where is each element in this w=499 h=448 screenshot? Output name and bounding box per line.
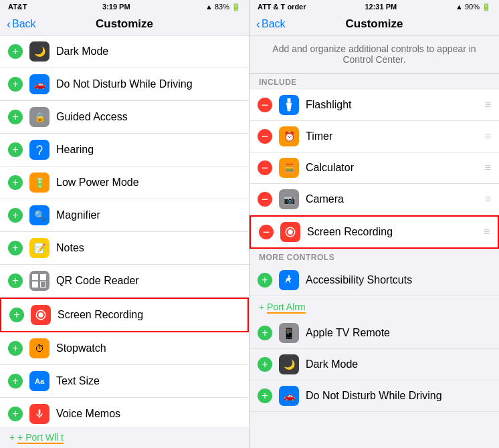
left-battery-pct: 83%: [215, 3, 229, 11]
screen-recording-label: Screen Recording: [58, 309, 239, 321]
voice-memos-icon: [29, 404, 49, 424]
include-flashlight-item: − Flashlight ≡: [250, 90, 499, 121]
right-nav-title: Customize: [346, 17, 403, 31]
add-dnd-button[interactable]: +: [8, 77, 23, 92]
more-section-header: MORE CONTROLS: [250, 249, 499, 265]
add-guided-access-button[interactable]: +: [8, 110, 23, 124]
camera-label: Camera: [306, 193, 485, 205]
screen-recording-drag-handle[interactable]: ≡: [484, 226, 490, 238]
add-accessibility-button[interactable]: +: [258, 273, 272, 288]
right-screen-recording-label: Screen Recording: [307, 226, 484, 238]
list-item: + 📝 Notes: [0, 232, 249, 265]
add-notes-button[interactable]: +: [8, 241, 23, 255]
remove-camera-button[interactable]: −: [258, 192, 272, 207]
add-dark-mode-button[interactable]: +: [8, 44, 23, 59]
screen-recording-list-item: + Screen Recording: [0, 298, 249, 332]
flashlight-drag-handle[interactable]: ≡: [485, 99, 491, 111]
notes-icon: 📝: [29, 238, 49, 258]
qr-label: QR Code Reader: [56, 275, 241, 287]
low-power-icon: 🔋: [29, 173, 49, 193]
svg-point-7: [288, 229, 293, 235]
left-back-label[interactable]: Back: [12, 18, 36, 30]
list-item: + 🌙 Dark Mode: [0, 35, 249, 68]
list-item: + 🚗 Do Not Disturb While Driving: [0, 68, 249, 101]
add-text-size-button[interactable]: +: [8, 374, 23, 388]
more-dnd-label: Do Not Disturb While Driving: [306, 390, 491, 402]
add-qr-button[interactable]: +: [8, 273, 23, 288]
remove-flashlight-button[interactable]: −: [258, 98, 272, 112]
text-size-label: Text Size: [56, 375, 241, 387]
stopwatch-label: Stopwatch: [56, 342, 241, 354]
right-description: Add and organize additional controls to …: [250, 35, 499, 74]
more-accessibility-item: + Accessibility Shortcuts: [250, 265, 499, 296]
more-list: + Accessibility Shortcuts + Port Alrm + …: [250, 265, 499, 412]
timer-icon: ⏰: [279, 126, 299, 146]
low-power-label: Low Power Mode: [56, 177, 241, 189]
right-panel: ATT & T order 12:31 PM ▲ 90% 🔋 ‹ Back Cu…: [250, 0, 499, 448]
guided-access-label: Guided Access: [56, 111, 241, 123]
list-item: + Voice Memos: [0, 398, 249, 427]
svg-rect-4: [288, 98, 291, 103]
timer-drag-handle[interactable]: ≡: [485, 130, 491, 142]
add-voice-memos-button[interactable]: +: [8, 407, 23, 421]
left-nav-title: Customize: [96, 17, 153, 31]
add-dnd-more-button[interactable]: +: [258, 388, 272, 403]
calculator-label: Calculator: [306, 162, 485, 174]
flashlight-label: Flashlight: [306, 99, 485, 111]
left-back-button[interactable]: ‹ Back: [7, 17, 36, 31]
text-size-icon: Aa: [29, 371, 49, 391]
right-back-chevron-icon: ‹: [256, 17, 260, 31]
right-back-label[interactable]: Back: [262, 18, 286, 30]
appletv-icon: 📱: [279, 323, 299, 343]
right-footer: + Port Alrm: [250, 296, 499, 318]
stopwatch-icon: ⏱: [29, 338, 49, 358]
right-carrier: ATT & T order: [258, 3, 306, 11]
appletv-label: Apple TV Remote: [306, 327, 491, 339]
svg-rect-6: [288, 110, 291, 112]
left-battery-icon: 🔋: [231, 3, 241, 11]
left-list: + 🌙 Dark Mode + 🚗 Do Not Disturb While D…: [0, 35, 249, 427]
right-footer-text: Port Alrm: [267, 302, 306, 314]
voice-memos-label: Voice Memos: [56, 408, 241, 420]
include-camera-item: − 📷 Camera ≡: [250, 184, 499, 215]
more-dnd-item: + 🚗 Do Not Disturb While Driving: [250, 380, 499, 412]
left-battery: ▲ 83% 🔋: [205, 3, 241, 11]
add-stopwatch-button[interactable]: +: [8, 341, 23, 356]
camera-drag-handle[interactable]: ≡: [485, 193, 491, 205]
right-nav-bar: ‹ Back Customize: [250, 13, 499, 35]
include-timer-item: − ⏰ Timer ≡: [250, 121, 499, 152]
add-low-power-button[interactable]: +: [8, 175, 23, 190]
right-status-bar: ATT & T order 12:31 PM ▲ 90% 🔋: [250, 0, 499, 13]
left-carrier: AT&T: [8, 3, 27, 11]
list-item: + 🔋 Low Power Mode: [0, 166, 249, 199]
add-appletv-button[interactable]: +: [258, 326, 272, 340]
more-dnd-icon: 🚗: [279, 386, 299, 406]
add-magnifier-button[interactable]: +: [8, 208, 23, 223]
left-footer-text: + Port Wll t: [17, 432, 64, 444]
remove-timer-button[interactable]: −: [258, 129, 272, 144]
right-battery-icon: 🔋: [482, 3, 491, 11]
left-back-chevron-icon: ‹: [7, 17, 11, 31]
notes-label: Notes: [56, 242, 241, 254]
list-item: + 🔒 Guided Access: [0, 101, 249, 134]
calculator-drag-handle[interactable]: ≡: [485, 162, 491, 174]
hearing-icon: [29, 140, 49, 160]
add-screen-recording-button[interactable]: +: [9, 308, 24, 322]
svg-point-0: [38, 312, 43, 318]
right-back-button[interactable]: ‹ Back: [256, 17, 286, 31]
list-item: + Hearing: [0, 134, 249, 166]
svg-point-9: [288, 275, 290, 277]
svg-marker-5: [286, 103, 292, 110]
left-nav-bar: ‹ Back Customize: [0, 13, 249, 35]
add-hearing-button[interactable]: +: [8, 142, 23, 157]
dark-mode-label: Dark Mode: [56, 45, 241, 58]
list-item: + Aa Text Size: [0, 365, 249, 398]
left-status-bar: AT&T 3:19 PM ▲ 83% 🔋: [0, 0, 249, 13]
magnifier-label: Magnifier: [56, 209, 241, 221]
remove-calculator-button[interactable]: −: [258, 160, 272, 175]
list-item: + QR Code Reader: [0, 265, 249, 298]
dark-mode-icon: 🌙: [29, 41, 49, 62]
remove-screen-recording-button[interactable]: −: [259, 225, 274, 239]
add-dark-mode-more-button[interactable]: +: [258, 357, 272, 372]
accessibility-label: Accessibility Shortcuts: [306, 274, 491, 286]
